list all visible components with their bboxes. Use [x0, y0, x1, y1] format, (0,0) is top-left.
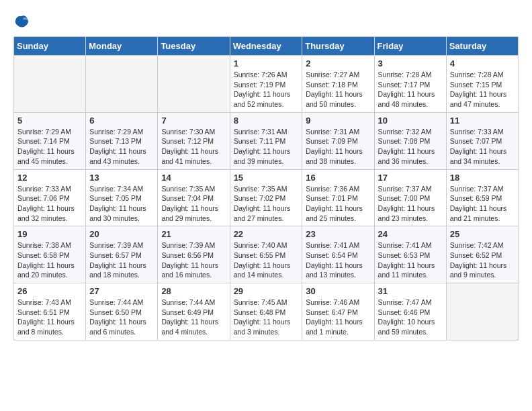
day-info: Sunrise: 7:37 AMSunset: 7:00 PMDaylight:… [378, 184, 443, 224]
day-info: Sunrise: 7:30 AMSunset: 7:12 PMDaylight:… [161, 127, 226, 167]
day-number: 28 [161, 286, 226, 296]
day-info: Sunrise: 7:28 AMSunset: 7:17 PMDaylight:… [378, 70, 443, 109]
day-info: Sunrise: 7:38 AMSunset: 6:58 PMDaylight:… [17, 240, 82, 280]
day-info: Sunrise: 7:35 AMSunset: 7:02 PMDaylight:… [234, 184, 299, 224]
calendar-cell: 17Sunrise: 7:37 AMSunset: 7:00 PMDayligh… [374, 169, 446, 226]
calendar-week-row: 5Sunrise: 7:29 AMSunset: 7:14 PMDaylight… [14, 112, 519, 169]
calendar-week-row: 19Sunrise: 7:38 AMSunset: 6:58 PMDayligh… [14, 226, 519, 283]
calendar-cell: 27Sunrise: 7:44 AMSunset: 6:50 PMDayligh… [86, 283, 158, 340]
calendar-cell: 14Sunrise: 7:35 AMSunset: 7:04 PMDayligh… [158, 169, 230, 226]
calendar-cell: 23Sunrise: 7:41 AMSunset: 6:54 PMDayligh… [302, 226, 374, 283]
calendar-cell [86, 56, 158, 113]
day-info: Sunrise: 7:42 AMSunset: 6:52 PMDaylight:… [450, 240, 515, 280]
calendar-cell: 15Sunrise: 7:35 AMSunset: 7:02 PMDayligh… [230, 169, 302, 226]
day-number: 26 [17, 286, 82, 296]
calendar-cell: 3Sunrise: 7:28 AMSunset: 7:17 PMDaylight… [374, 56, 446, 113]
day-info: Sunrise: 7:44 AMSunset: 6:49 PMDaylight:… [161, 298, 226, 337]
day-info: Sunrise: 7:29 AMSunset: 7:13 PMDaylight:… [89, 127, 154, 167]
day-number: 7 [161, 116, 226, 126]
calendar-cell: 9Sunrise: 7:31 AMSunset: 7:09 PMDaylight… [302, 112, 374, 169]
calendar-cell [158, 56, 230, 113]
day-info: Sunrise: 7:40 AMSunset: 6:55 PMDaylight:… [234, 240, 299, 280]
day-info: Sunrise: 7:36 AMSunset: 7:01 PMDaylight:… [306, 184, 370, 224]
day-number: 18 [450, 173, 515, 183]
day-info: Sunrise: 7:47 AMSunset: 6:46 PMDaylight:… [378, 298, 443, 337]
day-number: 15 [234, 173, 299, 183]
weekday-header-cell: Thursday [302, 37, 374, 56]
day-number: 1 [234, 58, 299, 68]
day-info: Sunrise: 7:31 AMSunset: 7:11 PMDaylight:… [234, 127, 299, 167]
calendar-cell: 4Sunrise: 7:28 AMSunset: 7:15 PMDaylight… [446, 56, 518, 113]
weekday-header-row: SundayMondayTuesdayWednesdayThursdayFrid… [14, 37, 519, 56]
calendar-cell: 25Sunrise: 7:42 AMSunset: 6:52 PMDayligh… [446, 226, 518, 283]
day-number: 17 [378, 173, 443, 183]
day-number: 30 [306, 286, 370, 296]
page-header [13, 13, 519, 30]
day-info: Sunrise: 7:41 AMSunset: 6:54 PMDaylight:… [306, 240, 370, 280]
calendar-week-row: 26Sunrise: 7:43 AMSunset: 6:51 PMDayligh… [14, 283, 519, 340]
day-number: 13 [89, 173, 154, 183]
day-number: 5 [17, 116, 82, 126]
day-number: 10 [378, 116, 443, 126]
day-info: Sunrise: 7:37 AMSunset: 6:59 PMDaylight:… [450, 184, 515, 224]
calendar-cell: 16Sunrise: 7:36 AMSunset: 7:01 PMDayligh… [302, 169, 374, 226]
calendar-cell: 6Sunrise: 7:29 AMSunset: 7:13 PMDaylight… [86, 112, 158, 169]
day-number: 19 [17, 229, 82, 239]
day-info: Sunrise: 7:44 AMSunset: 6:50 PMDaylight:… [89, 298, 154, 337]
day-number: 22 [234, 229, 299, 239]
day-number: 24 [378, 229, 443, 239]
day-info: Sunrise: 7:32 AMSunset: 7:08 PMDaylight:… [378, 127, 443, 167]
calendar-cell: 11Sunrise: 7:33 AMSunset: 7:07 PMDayligh… [446, 112, 518, 169]
day-number: 8 [234, 116, 299, 126]
calendar-cell: 1Sunrise: 7:26 AMSunset: 7:19 PMDaylight… [230, 56, 302, 113]
calendar-cell: 24Sunrise: 7:41 AMSunset: 6:53 PMDayligh… [374, 226, 446, 283]
day-info: Sunrise: 7:35 AMSunset: 7:04 PMDaylight:… [161, 184, 226, 224]
calendar-cell [446, 283, 518, 340]
calendar-cell: 7Sunrise: 7:30 AMSunset: 7:12 PMDaylight… [158, 112, 230, 169]
day-number: 29 [234, 286, 299, 296]
day-info: Sunrise: 7:34 AMSunset: 7:05 PMDaylight:… [89, 184, 154, 224]
calendar-cell: 21Sunrise: 7:39 AMSunset: 6:56 PMDayligh… [158, 226, 230, 283]
day-info: Sunrise: 7:33 AMSunset: 7:06 PMDaylight:… [17, 184, 82, 224]
logo-icon [13, 13, 30, 30]
day-info: Sunrise: 7:45 AMSunset: 6:48 PMDaylight:… [234, 298, 299, 337]
calendar-cell: 5Sunrise: 7:29 AMSunset: 7:14 PMDaylight… [14, 112, 86, 169]
day-info: Sunrise: 7:27 AMSunset: 7:18 PMDaylight:… [306, 70, 370, 109]
calendar-cell: 19Sunrise: 7:38 AMSunset: 6:58 PMDayligh… [14, 226, 86, 283]
calendar-table: SundayMondayTuesdayWednesdayThursdayFrid… [13, 36, 519, 340]
day-info: Sunrise: 7:31 AMSunset: 7:09 PMDaylight:… [306, 127, 370, 167]
day-info: Sunrise: 7:26 AMSunset: 7:19 PMDaylight:… [234, 70, 299, 109]
calendar-week-row: 12Sunrise: 7:33 AMSunset: 7:06 PMDayligh… [14, 169, 519, 226]
day-number: 16 [306, 173, 370, 183]
day-number: 27 [89, 286, 154, 296]
day-info: Sunrise: 7:46 AMSunset: 6:47 PMDaylight:… [306, 298, 370, 337]
day-info: Sunrise: 7:39 AMSunset: 6:57 PMDaylight:… [89, 240, 154, 280]
calendar-cell: 22Sunrise: 7:40 AMSunset: 6:55 PMDayligh… [230, 226, 302, 283]
day-number: 25 [450, 229, 515, 239]
calendar-cell: 18Sunrise: 7:37 AMSunset: 6:59 PMDayligh… [446, 169, 518, 226]
calendar-cell: 12Sunrise: 7:33 AMSunset: 7:06 PMDayligh… [14, 169, 86, 226]
calendar-cell: 2Sunrise: 7:27 AMSunset: 7:18 PMDaylight… [302, 56, 374, 113]
weekday-header-cell: Friday [374, 37, 446, 56]
calendar-cell: 10Sunrise: 7:32 AMSunset: 7:08 PMDayligh… [374, 112, 446, 169]
calendar-cell: 26Sunrise: 7:43 AMSunset: 6:51 PMDayligh… [14, 283, 86, 340]
calendar-week-row: 1Sunrise: 7:26 AMSunset: 7:19 PMDaylight… [14, 56, 519, 113]
calendar-cell [14, 56, 86, 113]
day-number: 23 [306, 229, 370, 239]
day-info: Sunrise: 7:29 AMSunset: 7:14 PMDaylight:… [17, 127, 82, 167]
day-number: 4 [450, 58, 515, 68]
day-number: 9 [306, 116, 370, 126]
weekday-header-cell: Saturday [446, 37, 518, 56]
calendar-cell: 29Sunrise: 7:45 AMSunset: 6:48 PMDayligh… [230, 283, 302, 340]
day-number: 12 [17, 173, 82, 183]
logo [13, 13, 32, 30]
day-number: 31 [378, 286, 443, 296]
weekday-header-cell: Sunday [14, 37, 86, 56]
day-info: Sunrise: 7:28 AMSunset: 7:15 PMDaylight:… [450, 70, 515, 109]
day-number: 11 [450, 116, 515, 126]
day-info: Sunrise: 7:43 AMSunset: 6:51 PMDaylight:… [17, 298, 82, 337]
day-number: 2 [306, 58, 370, 68]
day-info: Sunrise: 7:33 AMSunset: 7:07 PMDaylight:… [450, 127, 515, 167]
day-number: 20 [89, 229, 154, 239]
calendar-body: 1Sunrise: 7:26 AMSunset: 7:19 PMDaylight… [14, 56, 519, 340]
